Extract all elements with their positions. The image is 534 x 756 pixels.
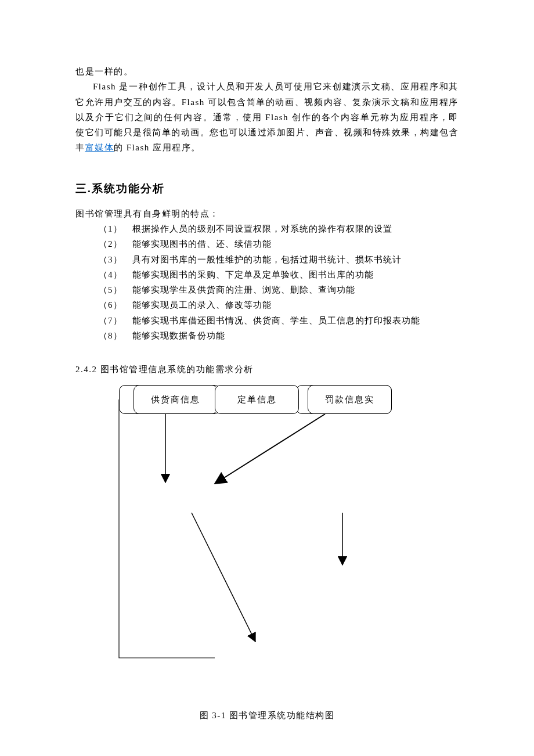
list-item-text: 能够实现图书的采购、下定单及定单验收、图书出库的功能: [132, 270, 374, 279]
list-item-text: 能够实现员工的录入、修改等功能: [132, 300, 272, 309]
list-item: （1）根据操作人员的级别不同设置权限，对系统的操作有权限的设置: [99, 221, 459, 236]
list-item-text: 具有对图书库的一般性维护的功能，包括过期书统计、损坏书统计: [132, 255, 402, 264]
paragraph-flash-part-a: Flash 是一种创作工具，设计人员和开发人员可使用它来创建演示文稿、应用程序和…: [75, 82, 459, 152]
rich-media-link[interactable]: 富媒体: [85, 143, 114, 152]
list-item-num: （6）: [99, 297, 132, 312]
list-item-num: （3）: [99, 252, 132, 267]
node-supplier-info: 供货商信息: [134, 385, 218, 414]
svg-line-2: [192, 513, 255, 642]
list-item-text: 能够实现图书的借、还、续借功能: [132, 239, 272, 249]
subsection-heading: 2.4.2 图书馆管理信息系统的功能需求分析: [75, 362, 459, 377]
list-item: （6）能够实现员工的录入、修改等功能: [99, 297, 459, 312]
paragraph-flash: Flash 是一种创作工具，设计人员和开发人员可使用它来创建演示文稿、应用程序和…: [75, 79, 459, 155]
list-item-num: （7）: [99, 313, 132, 328]
paragraph-continuation: 也是一样的。: [75, 64, 459, 79]
diagram-edges: [75, 385, 459, 687]
list-item-num: （1）: [99, 221, 132, 236]
features-intro: 图书馆管理具有自身鲜明的特点：: [75, 206, 459, 221]
section-heading: 三.系统功能分析: [75, 179, 459, 198]
list-item: （7）能够实现书库借还图书情况、供货商、学生、员工信息的打印报表功能: [99, 313, 459, 328]
list-item: （3）具有对图书库的一般性维护的功能，包括过期书统计、损坏书统计: [99, 252, 459, 267]
list-item: （8）能够实现数据备份功能: [99, 328, 459, 343]
list-item: （5）能够实现学生及供货商的注册、浏览、删除、查询功能: [99, 282, 459, 297]
figure-caption: 图 3-1 图书管理系统功能结构图: [75, 708, 459, 723]
list-item-text: 能够实现书库借还图书情况、供货商、学生、员工信息的打印报表功能: [132, 316, 420, 325]
paragraph-flash-part-b: 的 Flash 应用程序。: [114, 143, 201, 152]
list-item-num: （2）: [99, 236, 132, 251]
list-item-num: （8）: [99, 328, 132, 343]
list-item: （2）能够实现图书的借、还、续借功能: [99, 236, 459, 251]
svg-line-1: [215, 414, 325, 484]
list-item-text: 能够实现学生及供货商的注册、浏览、删除、查询功能: [132, 285, 355, 294]
list-item-num: （4）: [99, 267, 132, 282]
list-item-text: 根据操作人员的级别不同设置权限，对系统的操作有权限的设置: [132, 224, 392, 233]
node-order-info: 定单信息: [215, 385, 299, 414]
list-item-num: （5）: [99, 282, 132, 297]
list-item: （4）能够实现图书的采购、下定单及定单验收、图书出库的功能: [99, 267, 459, 282]
function-structure-diagram: 图书信息 学生信息 借阅信息实 过期书信息实 供货商信息 罚款信息实 定单信息: [75, 385, 459, 687]
node-fine-info: 罚款信息实: [308, 385, 392, 414]
list-item-text: 能够实现数据备份功能: [132, 331, 225, 340]
features-list: （1）根据操作人员的级别不同设置权限，对系统的操作有权限的设置 （2）能够实现图…: [99, 221, 459, 343]
